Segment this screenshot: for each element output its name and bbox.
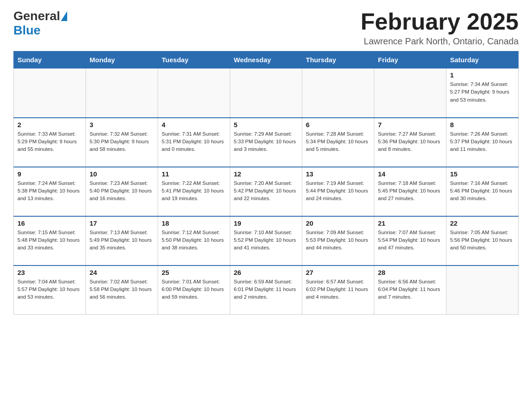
- day-info: Sunrise: 7:04 AM Sunset: 5:57 PM Dayligh…: [17, 278, 82, 301]
- day-info: Sunrise: 6:59 AM Sunset: 6:01 PM Dayligh…: [234, 278, 298, 301]
- calendar-cell: 18Sunrise: 7:12 AM Sunset: 5:50 PM Dayli…: [158, 216, 230, 265]
- weekday-header-row: SundayMondayTuesdayWednesdayThursdayFrid…: [14, 51, 519, 68]
- calendar-cell: 8Sunrise: 7:26 AM Sunset: 5:37 PM Daylig…: [446, 118, 519, 167]
- day-number: 28: [378, 269, 442, 276]
- day-info: Sunrise: 7:12 AM Sunset: 5:50 PM Dayligh…: [162, 229, 226, 252]
- calendar-cell: 26Sunrise: 6:59 AM Sunset: 6:01 PM Dayli…: [230, 265, 302, 315]
- day-number: 12: [234, 170, 298, 178]
- logo: General Blue: [13, 9, 67, 38]
- day-info: Sunrise: 7:24 AM Sunset: 5:38 PM Dayligh…: [17, 180, 82, 203]
- day-info: Sunrise: 7:02 AM Sunset: 5:58 PM Dayligh…: [90, 278, 154, 301]
- day-info: Sunrise: 7:16 AM Sunset: 5:46 PM Dayligh…: [450, 180, 515, 203]
- day-number: 5: [234, 121, 298, 128]
- day-number: 22: [450, 219, 515, 227]
- day-info: Sunrise: 7:05 AM Sunset: 5:56 PM Dayligh…: [450, 229, 515, 252]
- calendar-cell: [302, 68, 374, 118]
- day-number: 2: [17, 121, 82, 128]
- location-title: Lawrence Park North, Ontario, Canada: [360, 36, 519, 47]
- day-number: 19: [234, 219, 298, 227]
- title-section: February 2025 Lawrence Park North, Ontar…: [360, 9, 519, 47]
- weekday-header-thursday: Thursday: [302, 51, 374, 68]
- day-number: 14: [378, 170, 442, 178]
- calendar-cell: 20Sunrise: 7:09 AM Sunset: 5:53 PM Dayli…: [302, 216, 374, 265]
- calendar-cell: 5Sunrise: 7:29 AM Sunset: 5:33 PM Daylig…: [230, 118, 302, 167]
- day-info: Sunrise: 7:26 AM Sunset: 5:37 PM Dayligh…: [450, 130, 515, 154]
- day-number: 24: [90, 269, 154, 276]
- calendar-week-row: 9Sunrise: 7:24 AM Sunset: 5:38 PM Daylig…: [14, 167, 519, 216]
- day-info: Sunrise: 7:20 AM Sunset: 5:42 PM Dayligh…: [234, 180, 298, 203]
- day-info: Sunrise: 6:57 AM Sunset: 6:02 PM Dayligh…: [306, 278, 370, 301]
- day-info: Sunrise: 7:07 AM Sunset: 5:54 PM Dayligh…: [378, 229, 442, 252]
- day-info: Sunrise: 7:27 AM Sunset: 5:36 PM Dayligh…: [378, 130, 442, 154]
- day-number: 7: [378, 121, 442, 128]
- calendar-cell: 7Sunrise: 7:27 AM Sunset: 5:36 PM Daylig…: [374, 118, 446, 167]
- day-number: 3: [90, 121, 154, 128]
- calendar-cell: 3Sunrise: 7:32 AM Sunset: 5:30 PM Daylig…: [86, 118, 158, 167]
- calendar-week-row: 2Sunrise: 7:33 AM Sunset: 5:29 PM Daylig…: [14, 118, 519, 167]
- calendar-cell: 27Sunrise: 6:57 AM Sunset: 6:02 PM Dayli…: [302, 265, 374, 315]
- day-number: 4: [162, 121, 226, 128]
- calendar-cell: 21Sunrise: 7:07 AM Sunset: 5:54 PM Dayli…: [374, 216, 446, 265]
- day-number: 8: [450, 121, 515, 128]
- weekday-header-friday: Friday: [374, 51, 446, 68]
- calendar-cell: 16Sunrise: 7:15 AM Sunset: 5:48 PM Dayli…: [14, 216, 86, 265]
- calendar-cell: [158, 68, 230, 118]
- day-info: Sunrise: 7:19 AM Sunset: 5:44 PM Dayligh…: [306, 180, 370, 203]
- day-info: Sunrise: 7:10 AM Sunset: 5:52 PM Dayligh…: [234, 229, 298, 252]
- day-number: 15: [450, 170, 515, 178]
- day-number: 26: [234, 269, 298, 276]
- calendar-cell: 17Sunrise: 7:13 AM Sunset: 5:49 PM Dayli…: [86, 216, 158, 265]
- weekday-header-monday: Monday: [86, 51, 158, 68]
- day-info: Sunrise: 7:01 AM Sunset: 6:00 PM Dayligh…: [162, 278, 226, 301]
- day-number: 11: [162, 170, 226, 178]
- weekday-header-sunday: Sunday: [14, 51, 86, 68]
- day-info: Sunrise: 7:34 AM Sunset: 5:27 PM Dayligh…: [450, 81, 515, 104]
- calendar-cell: [446, 265, 519, 315]
- calendar-cell: 22Sunrise: 7:05 AM Sunset: 5:56 PM Dayli…: [446, 216, 519, 265]
- day-number: 6: [306, 121, 370, 128]
- day-info: Sunrise: 7:33 AM Sunset: 5:29 PM Dayligh…: [17, 130, 82, 154]
- calendar-cell: 24Sunrise: 7:02 AM Sunset: 5:58 PM Dayli…: [86, 265, 158, 315]
- calendar-week-row: 16Sunrise: 7:15 AM Sunset: 5:48 PM Dayli…: [14, 216, 519, 265]
- calendar-cell: 13Sunrise: 7:19 AM Sunset: 5:44 PM Dayli…: [302, 167, 374, 216]
- calendar-week-row: 1Sunrise: 7:34 AM Sunset: 5:27 PM Daylig…: [14, 68, 519, 118]
- day-number: 1: [450, 71, 515, 79]
- day-number: 23: [17, 269, 82, 276]
- calendar-cell: 15Sunrise: 7:16 AM Sunset: 5:46 PM Dayli…: [446, 167, 519, 216]
- day-number: 9: [17, 170, 82, 178]
- day-info: Sunrise: 6:56 AM Sunset: 6:04 PM Dayligh…: [378, 278, 442, 301]
- day-number: 16: [17, 219, 82, 227]
- day-info: Sunrise: 7:22 AM Sunset: 5:41 PM Dayligh…: [162, 180, 226, 203]
- calendar-table: SundayMondayTuesdayWednesdayThursdayFrid…: [13, 51, 519, 315]
- calendar-cell: 2Sunrise: 7:33 AM Sunset: 5:29 PM Daylig…: [14, 118, 86, 167]
- calendar-cell: 9Sunrise: 7:24 AM Sunset: 5:38 PM Daylig…: [14, 167, 86, 216]
- calendar-week-row: 23Sunrise: 7:04 AM Sunset: 5:57 PM Dayli…: [14, 265, 519, 315]
- calendar-cell: 28Sunrise: 6:56 AM Sunset: 6:04 PM Dayli…: [374, 265, 446, 315]
- weekday-header-tuesday: Tuesday: [158, 51, 230, 68]
- calendar-cell: 4Sunrise: 7:31 AM Sunset: 5:31 PM Daylig…: [158, 118, 230, 167]
- day-info: Sunrise: 7:32 AM Sunset: 5:30 PM Dayligh…: [90, 130, 154, 154]
- day-number: 20: [306, 219, 370, 227]
- day-info: Sunrise: 7:15 AM Sunset: 5:48 PM Dayligh…: [17, 229, 82, 252]
- calendar-cell: [86, 68, 158, 118]
- calendar-cell: 10Sunrise: 7:23 AM Sunset: 5:40 PM Dayli…: [86, 167, 158, 216]
- calendar-cell: 12Sunrise: 7:20 AM Sunset: 5:42 PM Dayli…: [230, 167, 302, 216]
- day-number: 10: [90, 170, 154, 178]
- day-number: 18: [162, 219, 226, 227]
- calendar-cell: 6Sunrise: 7:28 AM Sunset: 5:34 PM Daylig…: [302, 118, 374, 167]
- calendar-cell: 1Sunrise: 7:34 AM Sunset: 5:27 PM Daylig…: [446, 68, 519, 118]
- logo-text-blue: Blue: [13, 23, 41, 38]
- day-info: Sunrise: 7:09 AM Sunset: 5:53 PM Dayligh…: [306, 229, 370, 252]
- calendar-cell: [230, 68, 302, 118]
- day-info: Sunrise: 7:28 AM Sunset: 5:34 PM Dayligh…: [306, 130, 370, 154]
- calendar-cell: 23Sunrise: 7:04 AM Sunset: 5:57 PM Dayli…: [14, 265, 86, 315]
- logo-triangle-icon: [61, 11, 67, 21]
- month-title: February 2025: [360, 9, 519, 34]
- weekday-header-saturday: Saturday: [446, 51, 519, 68]
- day-info: Sunrise: 7:23 AM Sunset: 5:40 PM Dayligh…: [90, 180, 154, 203]
- calendar-cell: [374, 68, 446, 118]
- logo-text-general: General: [13, 9, 60, 23]
- day-info: Sunrise: 7:29 AM Sunset: 5:33 PM Dayligh…: [234, 130, 298, 154]
- day-info: Sunrise: 7:31 AM Sunset: 5:31 PM Dayligh…: [162, 130, 226, 154]
- day-number: 27: [306, 269, 370, 276]
